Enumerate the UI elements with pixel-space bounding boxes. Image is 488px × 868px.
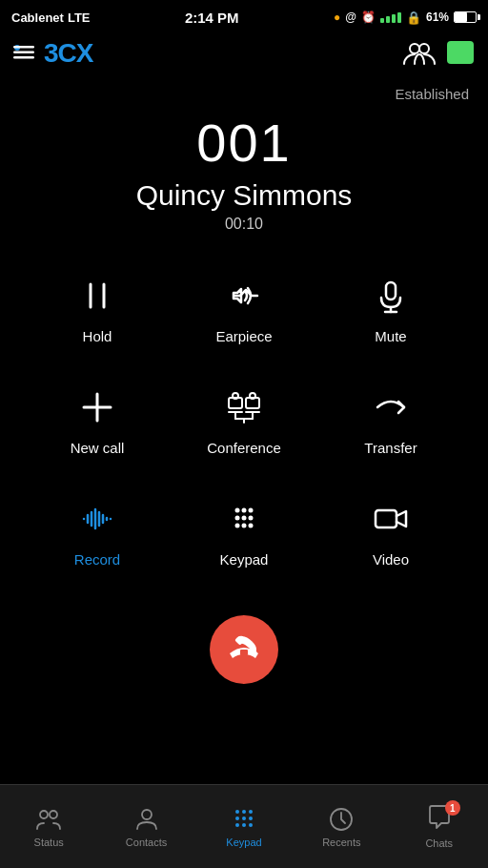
video-button[interactable]: Video: [322, 485, 459, 577]
svg-point-39: [242, 524, 247, 528]
call-status: Established: [395, 86, 469, 102]
record-icon: [72, 494, 122, 544]
svg-point-38: [235, 524, 240, 528]
app-logo: 3CX: [44, 38, 92, 69]
nav-keypad-label: Keypad: [226, 837, 261, 848]
end-call-section: [210, 615, 278, 684]
nav-contacts-label: Contacts: [126, 837, 167, 848]
network-type: LTE: [68, 10, 91, 25]
nav-keypad[interactable]: Keypad: [215, 798, 273, 856]
transfer-button[interactable]: Transfer: [322, 373, 459, 465]
nav-chats[interactable]: 1 Chats: [411, 796, 468, 857]
carrier-name: Cablenet: [11, 10, 64, 25]
svg-rect-1: [13, 46, 34, 49]
earpiece-label: Earpiece: [215, 328, 272, 344]
svg-point-48: [249, 810, 253, 814]
earpiece-icon: [219, 271, 269, 320]
call-controls-grid: Hold Earpiece: [19, 261, 469, 577]
svg-point-47: [242, 810, 246, 814]
new-call-button[interactable]: New call: [29, 373, 166, 465]
signal-icon: [380, 12, 401, 23]
nav-chats-label: Chats: [425, 837, 453, 849]
call-timer: 00:10: [225, 216, 263, 233]
svg-point-35: [235, 516, 240, 521]
menu-button[interactable]: [13, 44, 34, 64]
svg-point-52: [235, 823, 239, 827]
at-icon: @: [345, 10, 356, 24]
svg-rect-3: [13, 56, 34, 59]
conference-label: Conference: [207, 440, 281, 456]
team-icon-button[interactable]: [402, 39, 437, 69]
svg-rect-6: [447, 41, 474, 64]
svg-point-32: [235, 508, 240, 513]
svg-point-46: [235, 810, 239, 814]
header-action-icons: [402, 39, 475, 69]
mute-button[interactable]: Mute: [322, 261, 459, 354]
keypad-label: Keypad: [220, 551, 269, 568]
app-header: 3CX: [0, 34, 488, 76]
caller-name: Quincy Simmons: [136, 179, 353, 212]
status-time: 2:14 PM: [185, 10, 239, 26]
status-indicators: ● @ ⏰ 🔒 61%: [334, 10, 477, 25]
svg-rect-41: [376, 510, 396, 527]
alarm-icon: ⏰: [361, 10, 376, 24]
svg-point-37: [249, 516, 254, 521]
svg-point-19: [250, 393, 255, 399]
call-number: 001: [196, 112, 291, 174]
nav-recents-label: Recents: [322, 837, 360, 848]
status-bar: Cablenet LTE 2:14 PM ● @ ⏰ 🔒 61%: [0, 0, 488, 34]
chats-icon-wrap: 1: [426, 804, 453, 834]
svg-point-4: [410, 44, 419, 53]
earpiece-button[interactable]: Earpiece: [175, 261, 313, 354]
nav-status-label: Status: [34, 837, 64, 848]
keypad-button[interactable]: Keypad: [175, 485, 313, 577]
transfer-icon: [366, 382, 416, 432]
svg-point-50: [242, 816, 246, 820]
hold-label: Hold: [83, 328, 112, 344]
call-area: Established 001 Quincy Simmons 00:10 Hol…: [0, 76, 488, 784]
status-indicator-button[interactable]: [446, 40, 475, 68]
chats-badge: 1: [445, 800, 460, 816]
carrier-info: Cablenet LTE: [11, 10, 91, 25]
svg-point-53: [242, 823, 246, 827]
bottom-navigation: Status Contacts Keypad Recents: [0, 784, 488, 868]
conference-icon: [219, 382, 269, 432]
svg-rect-2: [13, 51, 34, 53]
svg-point-16: [233, 393, 238, 399]
lock-icon: 🔒: [406, 10, 421, 25]
svg-point-54: [249, 823, 253, 827]
transfer-label: Transfer: [364, 440, 417, 456]
svg-point-51: [249, 816, 253, 820]
svg-point-45: [142, 810, 152, 819]
battery-icon: [454, 11, 477, 23]
conference-button[interactable]: Conference: [175, 373, 313, 465]
video-label: Video: [373, 551, 409, 568]
svg-point-36: [242, 516, 247, 521]
keypad-icon: [219, 494, 269, 544]
nav-recents[interactable]: Recents: [313, 798, 370, 856]
svg-point-43: [40, 811, 48, 818]
svg-point-33: [242, 508, 247, 513]
svg-rect-9: [386, 282, 396, 300]
nav-status[interactable]: Status: [20, 798, 77, 856]
svg-point-40: [249, 524, 254, 528]
svg-point-49: [235, 816, 239, 820]
mute-icon: [366, 271, 416, 320]
svg-rect-42: [240, 650, 248, 655]
hold-icon: [72, 271, 122, 320]
battery-percent: 61%: [426, 10, 449, 24]
record-label: Record: [74, 551, 120, 568]
svg-point-34: [249, 508, 254, 513]
end-call-button[interactable]: [210, 615, 278, 684]
hold-button[interactable]: Hold: [29, 261, 166, 354]
nav-contacts[interactable]: Contacts: [118, 798, 175, 856]
new-call-label: New call: [71, 440, 125, 456]
svg-point-44: [50, 811, 57, 818]
svg-point-5: [419, 44, 429, 53]
mute-label: Mute: [375, 328, 406, 344]
video-icon: [366, 494, 416, 544]
new-call-icon: [72, 382, 122, 432]
record-button[interactable]: Record: [29, 485, 166, 577]
location-icon: ●: [334, 10, 340, 24]
